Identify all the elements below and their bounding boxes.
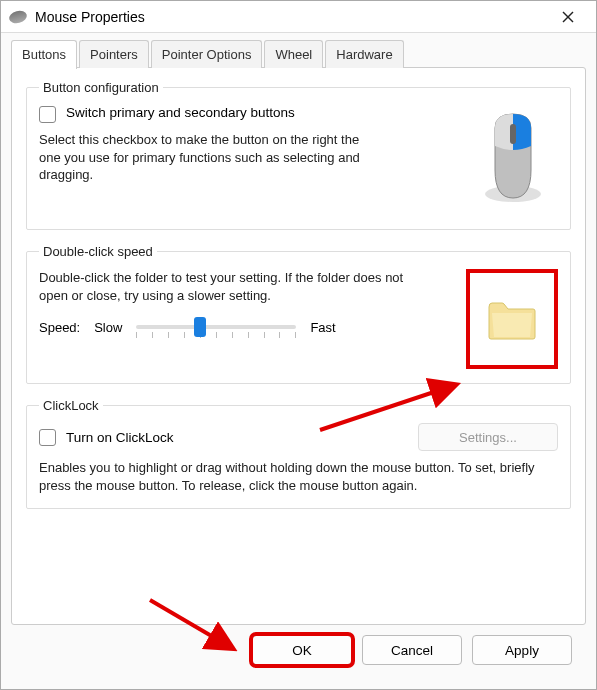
clicklock-settings-button: Settings... (418, 423, 558, 451)
group-clicklock: ClickLock Turn on ClickLock Settings... … (26, 398, 571, 509)
switch-buttons-description: Select this checkbox to make the button … (39, 131, 379, 184)
double-click-test-folder[interactable] (466, 269, 558, 369)
tab-wheel[interactable]: Wheel (264, 40, 323, 68)
group-legend-button-configuration: Button configuration (39, 80, 163, 95)
ok-button[interactable]: OK (252, 635, 352, 665)
dialog-button-row: OK Cancel Apply (11, 625, 586, 679)
switch-buttons-label: Switch primary and secondary buttons (66, 105, 295, 120)
mouse-properties-window: Mouse Properties Buttons Pointers Pointe… (0, 0, 597, 690)
dialog-body: Buttons Pointers Pointer Options Wheel H… (1, 33, 596, 689)
tab-buttons[interactable]: Buttons (11, 40, 77, 69)
tab-pointer-options[interactable]: Pointer Options (151, 40, 263, 68)
cancel-button[interactable]: Cancel (362, 635, 462, 665)
mouse-app-icon (8, 9, 28, 25)
window-title: Mouse Properties (35, 9, 548, 25)
double-click-description: Double-click the folder to test your set… (39, 269, 419, 304)
close-icon (562, 11, 574, 23)
group-legend-double-click: Double-click speed (39, 244, 157, 259)
tab-panel-buttons: Button configuration Switch primary and … (11, 67, 586, 625)
clicklock-description: Enables you to highlight or drag without… (39, 459, 558, 494)
slider-thumb[interactable] (194, 317, 206, 337)
folder-icon (486, 297, 538, 341)
clicklock-checkbox[interactable] (39, 429, 56, 446)
double-click-speed-slider[interactable] (136, 318, 296, 336)
switch-buttons-checkbox[interactable] (39, 106, 56, 123)
titlebar: Mouse Properties (1, 1, 596, 33)
group-button-configuration: Button configuration Switch primary and … (26, 80, 571, 230)
tab-hardware[interactable]: Hardware (325, 40, 403, 68)
group-legend-clicklock: ClickLock (39, 398, 103, 413)
group-double-click-speed: Double-click speed Double-click the fold… (26, 244, 571, 384)
close-button[interactable] (548, 3, 588, 31)
speed-label: Speed: (39, 320, 80, 335)
clicklock-label: Turn on ClickLock (66, 430, 174, 445)
fast-label: Fast (310, 320, 335, 335)
svg-rect-3 (510, 124, 516, 144)
tab-strip: Buttons Pointers Pointer Options Wheel H… (11, 39, 586, 68)
tab-pointers[interactable]: Pointers (79, 40, 149, 68)
apply-button[interactable]: Apply (472, 635, 572, 665)
mouse-icon (468, 105, 558, 215)
slow-label: Slow (94, 320, 122, 335)
